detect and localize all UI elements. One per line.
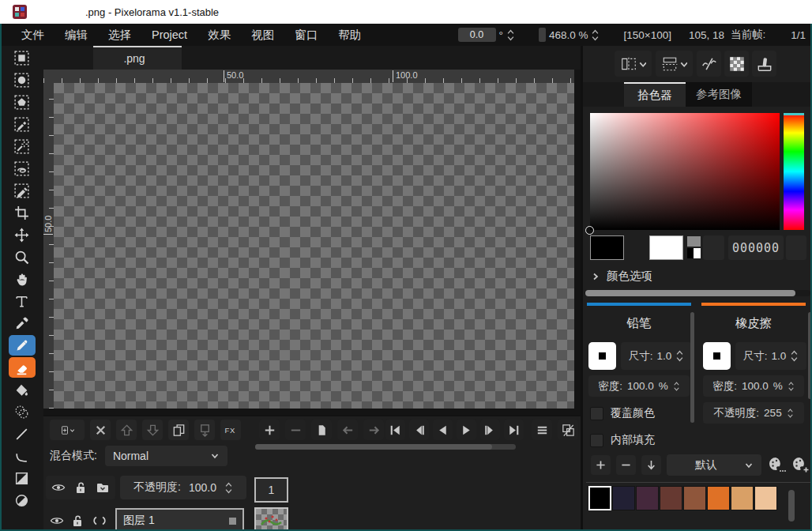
eraser-size-spinner[interactable]: 尺寸: 1.0 — [735, 342, 806, 370]
pencil-size-spinner[interactable]: 尺寸: 1.0 — [621, 342, 692, 370]
spin-arrows-icon[interactable] — [787, 408, 794, 419]
menu-item[interactable]: Project — [141, 26, 197, 43]
menu-item[interactable]: 窗口 — [284, 25, 328, 45]
menu-item[interactable]: 文件 — [11, 25, 55, 45]
vertical-ruler[interactable]: 50.0 — [43, 83, 54, 409]
sv-cursor[interactable] — [585, 226, 594, 235]
rectangular-selection-tool[interactable] — [9, 47, 36, 68]
move-tool[interactable] — [9, 224, 36, 245]
palette-scrollbar[interactable] — [788, 490, 795, 522]
move-layer-down-button[interactable] — [142, 420, 163, 440]
hue-cursor[interactable] — [784, 113, 804, 115]
pixel-perfect-button[interactable] — [697, 51, 721, 77]
menu-item[interactable]: 帮助 — [328, 25, 371, 45]
bucket-tool[interactable] — [9, 379, 36, 400]
brush-type-button[interactable] — [588, 342, 616, 370]
add-layer-button[interactable] — [50, 420, 85, 440]
layer-row[interactable]: 图层 1 — [46, 507, 244, 531]
shading-tool[interactable] — [9, 401, 36, 422]
rotation-spinner[interactable]: 0.0 ° — [458, 28, 515, 42]
picker-scrollbar[interactable] — [585, 290, 810, 296]
right-color-swatch[interactable] — [649, 235, 683, 260]
spin-arrows-icon[interactable] — [788, 381, 795, 392]
link-cels-icon[interactable] — [90, 515, 109, 526]
close-button[interactable] — [779, 2, 801, 21]
frame-header-1[interactable]: 1 — [254, 477, 288, 503]
visibility-icon[interactable] — [51, 480, 66, 495]
palette-swatch[interactable] — [612, 486, 635, 510]
remove-color-button[interactable] — [616, 455, 636, 475]
lock-icon[interactable] — [73, 480, 88, 495]
pencil-density-spinner[interactable]: 密度: 100.0 % — [588, 375, 690, 397]
lock-icon[interactable] — [70, 513, 85, 529]
hue-slider[interactable] — [784, 113, 804, 230]
play-forward-button[interactable] — [457, 420, 476, 440]
go-to-last-frame-button[interactable] — [504, 420, 524, 440]
screen-color-picker-button[interactable] — [703, 235, 724, 260]
layer-group-icon[interactable] — [95, 480, 111, 495]
color-mode-button[interactable] — [786, 235, 806, 260]
rectangle-tool[interactable] — [9, 468, 36, 488]
hex-color-field[interactable]: 000000 — [728, 235, 784, 260]
palette-swatch[interactable] — [683, 486, 706, 510]
color-options-expander[interactable]: 颜色选项 — [591, 269, 652, 284]
zoom-spin-icon[interactable] — [591, 28, 600, 42]
spin-arrows-icon[interactable] — [224, 481, 233, 495]
palette-swatch[interactable] — [660, 486, 682, 510]
move-layer-up-button[interactable] — [116, 420, 137, 440]
palette-swatch[interactable] — [754, 486, 777, 510]
sort-colors-button[interactable] — [641, 455, 661, 475]
crop-tool[interactable] — [9, 202, 36, 223]
eraser-opacity-spinner[interactable]: 不透明度: 255 — [703, 402, 804, 424]
eraser-tool[interactable] — [9, 357, 36, 378]
ellipse-tool[interactable] — [9, 490, 36, 510]
rotation-spin-icon[interactable] — [506, 28, 515, 42]
layer-opacity-spinner[interactable]: 不透明度: 100.0 — [120, 476, 246, 499]
eraser-density-spinner[interactable]: 密度: 100.0 % — [703, 375, 804, 397]
cel-thumbnail[interactable] — [254, 507, 288, 531]
tab-reference-images[interactable]: 参考图像 — [686, 82, 752, 107]
menu-item[interactable]: 效果 — [197, 25, 241, 45]
blend-mode-dropdown[interactable]: Normal — [105, 446, 227, 466]
color-picker-tool[interactable] — [9, 313, 36, 333]
pan-tool[interactable] — [9, 269, 36, 289]
lasso-tool[interactable] — [9, 158, 36, 179]
menu-item[interactable]: 选择 — [98, 25, 141, 45]
spin-arrows-icon[interactable] — [790, 349, 799, 363]
saturation-value-picker[interactable] — [590, 113, 780, 230]
timeline-scrollbar[interactable] — [255, 444, 516, 450]
alpha-lock-button[interactable] — [724, 51, 749, 77]
horizontal-mirror-button[interactable] — [615, 51, 652, 77]
zoom-spinner[interactable]: 468.0 % — [539, 28, 600, 42]
new-palette-button[interactable] — [788, 454, 811, 476]
minimize-button[interactable] — [700, 2, 722, 21]
vertical-mirror-button[interactable] — [656, 51, 693, 77]
menu-item[interactable]: 视图 — [241, 25, 284, 45]
curve-tool[interactable] — [9, 446, 36, 466]
project-tab[interactable]: .png — [93, 46, 182, 70]
delete-layer-button[interactable] — [90, 420, 111, 440]
edit-palette-button[interactable] — [765, 454, 788, 476]
menu-item[interactable]: 编辑 — [55, 25, 98, 45]
visibility-icon[interactable] — [49, 513, 65, 529]
layer-name-field[interactable]: 图层 1 — [115, 508, 244, 531]
magic-wand-tool[interactable] — [9, 136, 36, 156]
text-tool[interactable] — [9, 291, 36, 311]
paint-selection-tool[interactable] — [9, 180, 36, 201]
add-frame-button[interactable] — [259, 420, 280, 440]
palette-swatch[interactable] — [707, 486, 730, 510]
clone-layer-button[interactable] — [168, 420, 189, 440]
dynamics-button[interactable] — [752, 51, 776, 77]
pencil-tool[interactable] — [9, 335, 36, 356]
line-tool[interactable] — [9, 424, 36, 444]
play-backwards-button[interactable] — [433, 420, 453, 440]
zoom-grabber[interactable] — [539, 28, 546, 42]
palette-swatch[interactable] — [731, 486, 754, 510]
previous-frame-button[interactable] — [409, 420, 429, 440]
default-colors-swatch[interactable] — [687, 236, 701, 259]
brush-type-button[interactable] — [703, 342, 731, 370]
left-color-swatch[interactable] — [590, 235, 624, 260]
go-to-first-frame-button[interactable] — [385, 420, 405, 440]
palette-select-dropdown[interactable]: 默认 — [667, 454, 761, 476]
move-frame-right-button[interactable] — [363, 420, 384, 440]
